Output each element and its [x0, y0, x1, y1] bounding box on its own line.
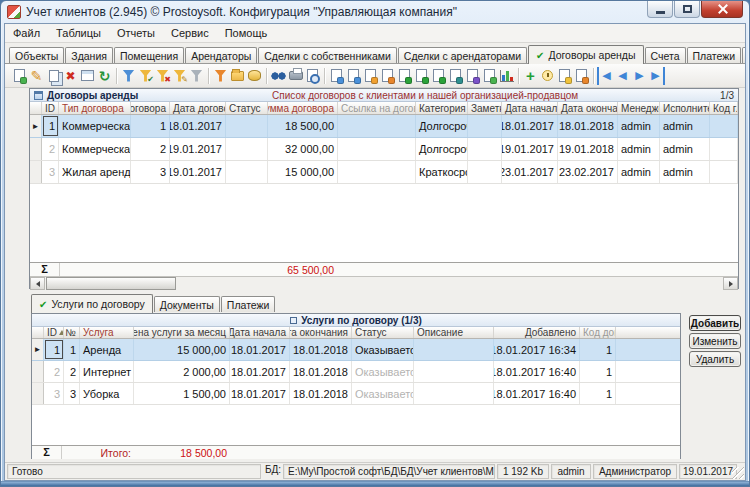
nav-last-icon[interactable]: [648, 67, 665, 85]
menu-file[interactable]: Файл: [5, 26, 48, 40]
cell-category[interactable]: Краткосрочный: [416, 161, 468, 183]
cell-executor[interactable]: admin: [660, 138, 710, 160]
export-csv-icon[interactable]: [430, 67, 447, 85]
column-header-main-code[interactable]: Код главн: [710, 102, 738, 114]
form-view-icon[interactable]: [556, 67, 573, 85]
edit-button[interactable]: Изменить: [689, 333, 741, 349]
edit-record-icon[interactable]: [28, 67, 45, 85]
column-header-status[interactable]: Статус: [226, 102, 268, 114]
tab-tenants[interactable]: Арендаторы: [185, 47, 257, 63]
column-header-number[interactable]: №: [64, 327, 80, 338]
search-icon[interactable]: [270, 67, 287, 85]
cell-description[interactable]: [414, 383, 494, 404]
column-header-sum[interactable]: Сумма договора: [268, 102, 338, 114]
cell-number[interactable]: 1: [131, 115, 170, 137]
cell-added[interactable]: 18.01.2017 16:34: [494, 339, 580, 360]
table-row[interactable]: 2 Коммерческая аренда 2 19.01.2017 32 00…: [30, 138, 738, 161]
cell-contract-code[interactable]: 1: [580, 383, 616, 404]
cell-start[interactable]: 23.01.2017: [502, 161, 558, 183]
cell-end[interactable]: 18.01.2018: [558, 115, 618, 137]
resize-grip[interactable]: [732, 467, 744, 479]
export-xml-icon[interactable]: [464, 67, 481, 85]
filter-edit-icon[interactable]: ✎: [171, 67, 188, 85]
horizontal-scrollbar[interactable]: [30, 276, 738, 290]
tab-buildings[interactable]: Здания: [65, 47, 113, 63]
collapse-panel-icon[interactable]: [290, 317, 297, 324]
cell-status[interactable]: [226, 138, 268, 160]
cell-type[interactable]: Коммерческая аренда: [59, 138, 131, 160]
cell-description[interactable]: [414, 361, 494, 382]
column-header-end[interactable]: Дата окончания: [558, 102, 618, 114]
cell-number[interactable]: 3: [131, 161, 170, 183]
cell-status[interactable]: Оказывается: [352, 361, 414, 382]
tab-contract-services[interactable]: ✔ Услуги по договору: [31, 294, 153, 313]
export-excel-template-icon[interactable]: [413, 67, 430, 85]
cell-end[interactable]: 18.01.2018: [290, 361, 352, 382]
nav-first-icon[interactable]: [597, 67, 614, 85]
delete-record-icon[interactable]: [62, 67, 79, 85]
column-header-date[interactable]: Дата договора: [170, 102, 226, 114]
cell-number[interactable]: 2: [131, 138, 170, 160]
maximize-button[interactable]: [674, 1, 700, 18]
cell-date[interactable]: 19.01.2017: [170, 161, 226, 183]
cell-price[interactable]: 1 500,00: [134, 383, 230, 404]
cell-executor[interactable]: admin: [660, 161, 710, 183]
copy-record-icon[interactable]: [45, 67, 62, 85]
cell-notes[interactable]: [468, 115, 502, 137]
table-row[interactable]: 3 3 Уборка 1 500,00 18.01.2017 18.01.201…: [32, 383, 680, 405]
cell-sum[interactable]: 15 000,00: [268, 161, 338, 183]
export-html-icon[interactable]: [447, 67, 464, 85]
cell-start[interactable]: 18.01.2017: [230, 361, 290, 382]
cell-date[interactable]: 18.01.2017: [170, 115, 226, 137]
cell-end[interactable]: 18.01.2018: [290, 339, 352, 360]
tab-owner-deals[interactable]: Сделки с собственниками: [258, 47, 397, 63]
cell-manager[interactable]: admin: [618, 115, 660, 137]
cell-price[interactable]: 2 000,00: [134, 361, 230, 382]
filter-clear-icon[interactable]: [188, 67, 205, 85]
close-button[interactable]: [701, 1, 743, 18]
column-header-service[interactable]: Услуга: [80, 327, 134, 338]
scrollbar-track[interactable]: [177, 277, 723, 290]
cell-type[interactable]: Жилая аренда: [59, 161, 131, 183]
column-header-number[interactable]: № договора: [131, 102, 170, 114]
cell-service[interactable]: Интернет: [80, 361, 134, 382]
filter-apply-icon[interactable]: ✔: [137, 67, 154, 85]
cell-manager[interactable]: admin: [618, 138, 660, 160]
cell-contract-code[interactable]: 1: [580, 361, 616, 382]
cell-link[interactable]: [338, 115, 416, 137]
nav-previous-icon[interactable]: [614, 67, 631, 85]
cell-added[interactable]: 18.01.2017 16:40: [494, 383, 580, 404]
tab-payments[interactable]: Платежи: [687, 47, 742, 63]
cell-end[interactable]: 23.02.2017: [558, 161, 618, 183]
cell-executor[interactable]: admin: [660, 115, 710, 137]
cell-service[interactable]: Аренда: [80, 339, 134, 360]
scroll-right-button[interactable]: [723, 277, 738, 290]
export-openoffice-icon[interactable]: [362, 67, 379, 85]
cell-link[interactable]: [338, 161, 416, 183]
cell-start[interactable]: 18.01.2017: [230, 339, 290, 360]
table-row[interactable]: 2 2 Интернет 2 000,00 18.01.2017 18.01.2…: [32, 361, 680, 383]
export-word-template-icon[interactable]: [345, 67, 362, 85]
column-header-price[interactable]: Цена услуги за месяц: [134, 327, 230, 338]
column-header-notes[interactable]: Заметки: [468, 102, 502, 114]
filter-delete-icon[interactable]: ✖: [154, 67, 171, 85]
cell-id[interactable]: 2: [44, 361, 64, 382]
cell-date[interactable]: 19.01.2017: [170, 138, 226, 160]
tab-employees[interactable]: Сотрудники: [742, 47, 746, 63]
cell-category[interactable]: Долгосрочный: [416, 138, 468, 160]
sql-query-icon[interactable]: [246, 67, 263, 85]
cell-number[interactable]: 1: [64, 339, 80, 360]
column-header-id[interactable]: ID: [44, 327, 64, 338]
column-header-category[interactable]: Категория: [416, 102, 468, 114]
export-report-icon[interactable]: [379, 67, 396, 85]
history-icon[interactable]: [539, 67, 556, 85]
collapse-panel-icon[interactable]: [34, 91, 43, 100]
cell-main-code[interactable]: [710, 115, 738, 137]
chart-icon[interactable]: [498, 67, 515, 85]
cell-added[interactable]: 18.01.2017 16:40: [494, 361, 580, 382]
delete-button[interactable]: Удалить: [689, 351, 741, 367]
cell-notes[interactable]: [468, 161, 502, 183]
column-header-manager[interactable]: Менеджер: [618, 102, 660, 114]
print-preview-icon[interactable]: [304, 67, 321, 85]
tab-lease-contracts[interactable]: ✔ Договоры аренды: [528, 45, 644, 64]
